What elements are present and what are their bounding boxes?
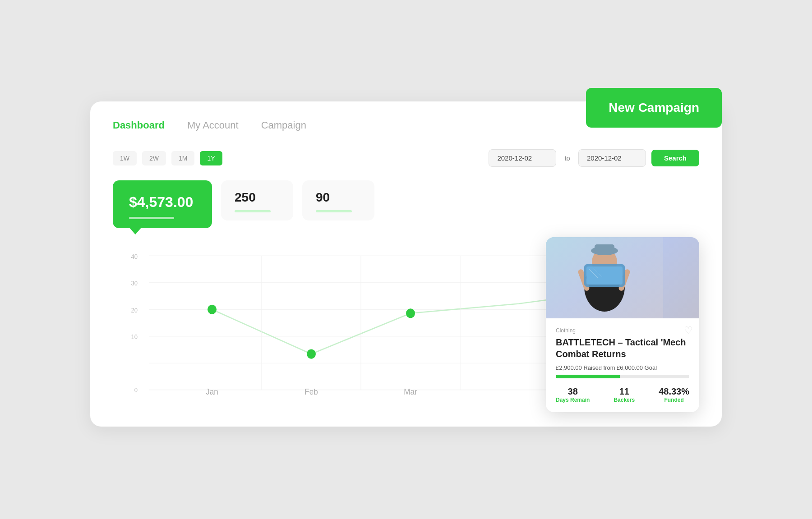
svg-rect-26	[595, 244, 614, 253]
date-to-input[interactable]	[578, 149, 646, 167]
secondary-stat-bar-2	[316, 210, 352, 212]
svg-text:0: 0	[134, 387, 138, 394]
nav-item-campaign[interactable]: Campaign	[261, 119, 306, 131]
campaign-card[interactable]: ♡ Clothing BATTLETECH – Tactical 'Mech C…	[546, 237, 699, 412]
campaign-category: Clothing	[556, 327, 689, 334]
svg-text:Feb: Feb	[304, 387, 318, 397]
new-campaign-button[interactable]: New Campaign	[586, 88, 722, 128]
svg-text:10: 10	[131, 334, 138, 340]
secondary-stat-bar-1	[235, 210, 271, 212]
campaign-image	[546, 237, 699, 318]
campaign-stat-backers-value: 11	[614, 386, 635, 397]
search-button[interactable]: Search	[651, 150, 699, 166]
svg-text:40: 40	[131, 253, 138, 260]
svg-rect-28	[586, 266, 623, 285]
primary-stat-value: $4,573.00	[129, 194, 196, 211]
secondary-stat-card-2: 90	[302, 180, 374, 220]
campaign-stat-funded-label: Funded	[659, 397, 689, 403]
secondary-stat-value-2: 90	[316, 190, 361, 205]
period-1w[interactable]: 1W	[113, 151, 137, 165]
campaign-progress-bg	[556, 375, 689, 378]
period-2w[interactable]: 2W	[142, 151, 166, 165]
campaign-progress-fill	[556, 375, 620, 378]
stats-row: $4,573.00 250 90	[113, 180, 699, 228]
chart-point-jan	[208, 305, 217, 314]
svg-text:30: 30	[131, 280, 138, 287]
campaign-stat-days-label: Days Remain	[556, 397, 590, 403]
nav-item-my-account[interactable]: My Account	[187, 119, 239, 131]
primary-stat-card: $4,573.00	[113, 180, 212, 228]
main-dashboard-card: Dashboard My Account Campaign 1W 2W 1M 1…	[90, 101, 722, 427]
secondary-stat-value-1: 250	[235, 190, 280, 205]
campaign-stats: 38 Days Remain 11 Backers 48.33% Funded	[556, 386, 689, 403]
campaign-stat-days-value: 38	[556, 386, 590, 397]
chart-point-mar	[406, 308, 415, 318]
to-label: to	[562, 154, 573, 162]
campaign-image-svg	[546, 237, 663, 318]
period-1m[interactable]: 1M	[171, 151, 194, 165]
campaign-stat-days: 38 Days Remain	[556, 386, 590, 403]
secondary-stat-card-1: 250	[221, 180, 293, 220]
period-1y[interactable]: 1Y	[200, 151, 222, 165]
chart-point-feb	[307, 349, 316, 358]
campaign-body-wrapper: ♡ Clothing BATTLETECH – Tactical 'Mech C…	[546, 318, 699, 412]
campaign-stat-funded: 48.33% Funded	[659, 386, 689, 403]
svg-text:20: 20	[131, 307, 138, 313]
campaign-body: Clothing BATTLETECH – Tactical 'Mech Com…	[546, 318, 699, 412]
svg-text:Mar: Mar	[404, 387, 417, 397]
campaign-title: BATTLETECH – Tactical 'Mech Combat Retur…	[556, 336, 689, 360]
filter-bar: 1W 2W 1M 1Y to Search	[113, 149, 699, 167]
date-from-input[interactable]	[489, 149, 556, 167]
chart-area: 40 30 20 10 0 Jan Feb Mar Jun	[113, 246, 699, 400]
heart-icon[interactable]: ♡	[684, 325, 693, 336]
campaign-stat-backers: 11 Backers	[614, 386, 635, 403]
campaign-stat-funded-value: 48.33%	[659, 386, 689, 397]
svg-text:Jan: Jan	[206, 387, 218, 397]
campaign-raised: £2,900.00 Raised from £6,000.00 Goal	[556, 364, 689, 371]
campaign-stat-backers-label: Backers	[614, 397, 635, 403]
primary-stat-bar	[129, 217, 174, 219]
nav-item-dashboard[interactable]: Dashboard	[113, 119, 165, 131]
